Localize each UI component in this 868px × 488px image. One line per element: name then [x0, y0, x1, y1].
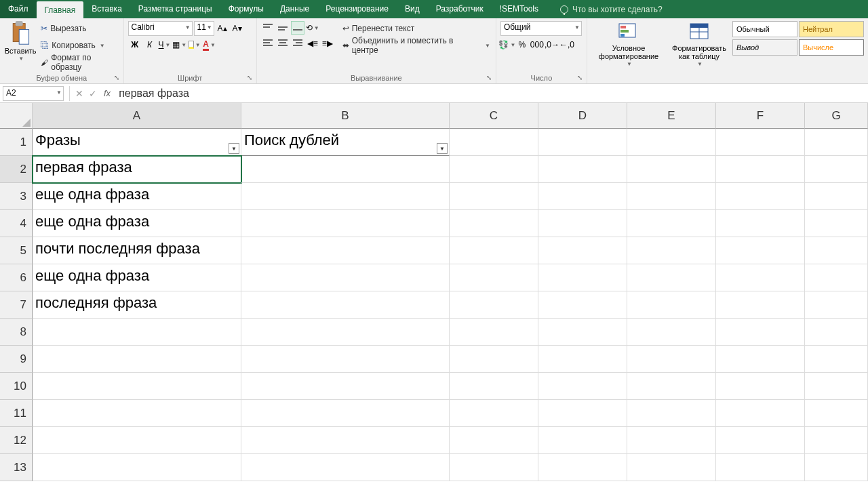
cell-F5[interactable] [716, 237, 805, 264]
cell-G11[interactable] [805, 400, 868, 427]
cell-A4[interactable]: еще одна фраза [33, 210, 241, 237]
cell-D6[interactable] [538, 264, 627, 291]
column-header-G[interactable]: G [805, 103, 868, 129]
cell-F9[interactable] [716, 346, 805, 373]
cell-G9[interactable] [805, 346, 868, 373]
tab-developer[interactable]: Разработчик [428, 0, 492, 18]
increase-indent-button[interactable]: ≡▶ [321, 37, 334, 50]
cell-E3[interactable] [627, 183, 716, 210]
decrease-decimal-button[interactable]: ←,0 [560, 38, 574, 52]
borders-button[interactable]: ▦▼ [173, 38, 186, 52]
cell-E1[interactable] [627, 129, 716, 156]
row-header-1[interactable]: 1 [0, 129, 33, 156]
cell-B11[interactable] [241, 400, 450, 427]
cell-C8[interactable] [450, 319, 538, 346]
cell-D2[interactable] [538, 156, 627, 183]
accounting-format-button[interactable]: 💱▼ [500, 38, 514, 52]
cell-E12[interactable] [627, 427, 716, 454]
cell-F3[interactable] [716, 183, 805, 210]
align-top-button[interactable] [261, 21, 275, 35]
underline-button[interactable]: Ч▼ [158, 38, 172, 52]
cell-F4[interactable] [716, 210, 805, 237]
row-header-2[interactable]: 2 [0, 156, 33, 183]
row-header-9[interactable]: 9 [0, 346, 33, 373]
cell-A8[interactable] [33, 319, 241, 346]
cell-E5[interactable] [627, 237, 716, 264]
cell-B7[interactable] [241, 291, 450, 319]
tab-file[interactable]: Файл [0, 0, 37, 18]
cell-A13[interactable] [33, 454, 241, 481]
cell-G8[interactable] [805, 319, 868, 346]
column-header-E[interactable]: E [627, 103, 716, 129]
cell-B12[interactable] [241, 427, 450, 454]
column-header-A[interactable]: A [33, 103, 241, 129]
cell-B13[interactable] [241, 454, 450, 481]
cell-D9[interactable] [538, 346, 627, 373]
cell-D4[interactable] [538, 210, 627, 237]
cell-B6[interactable] [241, 264, 450, 291]
cell-D5[interactable] [538, 237, 627, 264]
percent-button[interactable]: % [515, 38, 529, 52]
tab-page-layout[interactable]: Разметка страницы [130, 0, 220, 18]
cut-button[interactable]: Вырезать [39, 21, 119, 36]
cell-A9[interactable] [33, 346, 241, 373]
cell-B5[interactable] [241, 237, 450, 264]
cell-E2[interactable] [627, 156, 716, 183]
cell-G4[interactable] [805, 210, 868, 237]
tab-formulas[interactable]: Формулы [220, 0, 272, 18]
cell-C13[interactable] [450, 454, 538, 481]
cell-F2[interactable] [716, 156, 805, 183]
cell-B9[interactable] [241, 346, 450, 373]
select-all-corner[interactable] [0, 103, 33, 129]
cell-A3[interactable]: еще одна фраза [33, 183, 241, 210]
cell-D3[interactable] [538, 183, 627, 210]
row-header-11[interactable]: 11 [0, 400, 33, 427]
cancel-formula-button[interactable]: ✕ [73, 88, 86, 99]
cell-G1[interactable] [805, 129, 868, 156]
tell-me-search[interactable]: Что вы хотите сделать? [560, 0, 663, 18]
cell-A10[interactable] [33, 373, 241, 400]
font-color-button[interactable]: A▼ [203, 38, 216, 52]
cell-F8[interactable] [716, 319, 805, 346]
name-box[interactable]: A2▼ [3, 86, 64, 101]
formula-input[interactable]: первая фраза [115, 86, 868, 101]
cell-G13[interactable] [805, 454, 868, 481]
cell-A11[interactable] [33, 400, 241, 427]
cell-B1[interactable]: Поиск дублей▼ [241, 129, 450, 156]
comma-style-button[interactable]: 000 [530, 38, 544, 52]
fill-color-button[interactable]: ▼ [188, 38, 201, 52]
align-left-button[interactable] [261, 37, 275, 50]
conditional-formatting-button[interactable]: Условное форматирование▼ [591, 21, 666, 68]
wrap-text-button[interactable]: ↩Перенести текст [341, 21, 492, 36]
paste-button[interactable]: Вставить ▼ [4, 21, 37, 62]
cell-C6[interactable] [450, 264, 538, 291]
style-normal[interactable]: Обычный [732, 21, 797, 37]
column-header-D[interactable]: D [538, 103, 627, 129]
column-header-C[interactable]: C [450, 103, 538, 129]
row-header-13[interactable]: 13 [0, 454, 33, 481]
cell-B4[interactable] [241, 210, 450, 237]
cell-D10[interactable] [538, 373, 627, 400]
cell-C9[interactable] [450, 346, 538, 373]
fx-icon[interactable]: fx [104, 88, 111, 98]
cell-G5[interactable] [805, 237, 868, 264]
cell-F12[interactable] [716, 427, 805, 454]
cell-B8[interactable] [241, 319, 450, 346]
align-bottom-button[interactable] [291, 21, 304, 35]
cell-G2[interactable] [805, 156, 868, 183]
align-middle-button[interactable] [276, 21, 290, 35]
cell-A5[interactable]: почти последняя фраза [33, 237, 241, 264]
cell-C5[interactable] [450, 237, 538, 264]
cell-D12[interactable] [538, 427, 627, 454]
format-as-table-button[interactable]: Форматировать как таблицу▼ [669, 21, 730, 68]
cell-C2[interactable] [450, 156, 538, 183]
cell-C1[interactable] [450, 129, 538, 156]
cell-F11[interactable] [716, 400, 805, 427]
cell-G7[interactable] [805, 291, 868, 319]
align-right-button[interactable] [291, 37, 304, 50]
align-center-button[interactable] [276, 37, 290, 50]
style-output[interactable]: Вывод [732, 39, 797, 56]
font-name-combo[interactable]: Calibri▼ [128, 21, 193, 36]
tab-home[interactable]: Главная [37, 1, 84, 18]
decrease-indent-button[interactable]: ◀≡ [306, 37, 319, 50]
